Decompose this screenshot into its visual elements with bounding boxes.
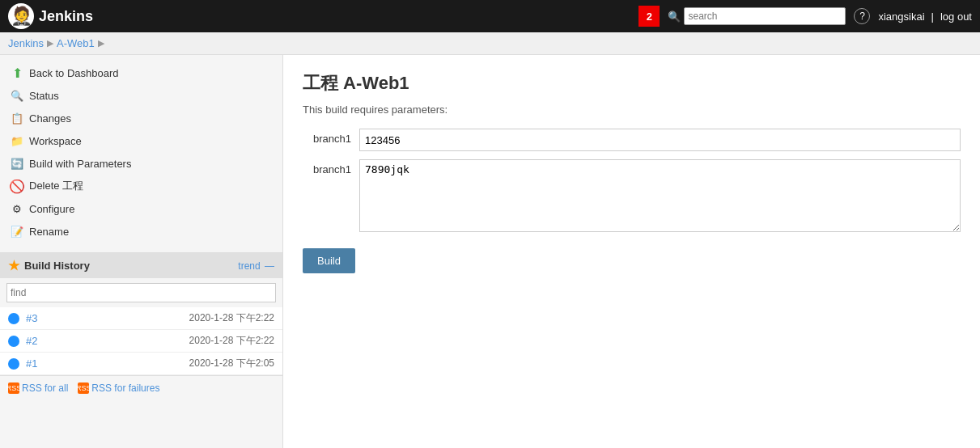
delete-icon: 🚫 <box>10 179 24 193</box>
sidebar-item-changes-label: Changes <box>29 112 71 125</box>
build-history-star-icon: ★ <box>8 258 19 273</box>
sidebar-item-workspace-label: Workspace <box>29 135 82 147</box>
build-status-dot-2 <box>8 336 19 347</box>
sidebar-item-back-to-dashboard[interactable]: ⬆ Back to Dashboard <box>0 61 282 84</box>
sidebar-item-workspace[interactable]: 📁 Workspace <box>0 129 282 152</box>
search-box: 🔍 <box>668 7 846 25</box>
search-input[interactable] <box>684 7 846 25</box>
workspace-icon: 📁 <box>10 133 24 148</box>
build-link-1[interactable]: #1 <box>26 357 37 370</box>
build-search-container <box>0 278 282 307</box>
build-link-3[interactable]: #3 <box>26 312 37 324</box>
trend-label: trend <box>238 260 260 272</box>
rss-all-link[interactable]: RSS RSS for all <box>8 382 68 394</box>
sidebar-item-changes[interactable]: 📋 Changes <box>0 107 282 129</box>
sidebar-item-build-with-parameters[interactable]: 🔄 Build with Parameters <box>0 152 282 175</box>
sidebar-item-rename[interactable]: 📝 Rename <box>0 220 282 243</box>
main-content: 工程 A-Web1 This build requires parameters… <box>283 55 980 448</box>
build-time-3: 2020-1-28 下午2:22 <box>189 311 274 325</box>
param-input-1[interactable] <box>359 129 961 151</box>
breadcrumb-project[interactable]: A-Web1 <box>57 37 95 49</box>
notification-badge[interactable]: 2 <box>638 6 660 27</box>
rss-footer: RSS RSS for all RSS RSS for failures <box>0 375 282 400</box>
header: 🤵 Jenkins 2 🔍 ? xiangsikai | log out <box>0 0 980 32</box>
rename-icon: 📝 <box>10 224 24 239</box>
search-icon: 🔍 <box>668 11 681 23</box>
build-time-2: 2020-1-28 下午2:22 <box>189 334 274 348</box>
layout: ⬆ Back to Dashboard 🔍 Status 📋 Changes 📁… <box>0 55 980 448</box>
help-icon[interactable]: ? <box>854 8 870 24</box>
param-row-1: branch1 <box>303 129 961 151</box>
changes-icon: 📋 <box>10 111 24 125</box>
user-info: xiangsikai | log out <box>878 11 972 23</box>
build-description: This build requires parameters: <box>303 104 961 116</box>
rss-failures-link[interactable]: RSS RSS for failures <box>78 382 159 394</box>
sidebar-nav: ⬆ Back to Dashboard 🔍 Status 📋 Changes 📁… <box>0 55 282 249</box>
rss-all-label: RSS for all <box>22 382 68 394</box>
rss-failures-label: RSS for failures <box>91 382 159 394</box>
sidebar-item-build-label: Build with Parameters <box>29 158 131 170</box>
build-history-title: Build History <box>24 260 90 272</box>
search-icon: 🔍 <box>10 88 24 103</box>
jenkins-logo: 🤵 <box>8 3 34 29</box>
breadcrumb-jenkins[interactable]: Jenkins <box>8 37 44 49</box>
param-textarea-1[interactable] <box>359 159 961 232</box>
rss-failures-icon: RSS <box>78 382 89 394</box>
logout-link[interactable]: log out <box>940 11 972 23</box>
sidebar-item-status-label: Status <box>29 90 59 102</box>
build-history: ★ Build History trend — #3 2020-1-28 下午2… <box>0 252 282 448</box>
sidebar-item-configure-label: Configure <box>29 203 74 215</box>
build-status-dot-1 <box>8 358 19 370</box>
sidebar-item-delete[interactable]: 🚫 Delete 工程 <box>0 175 282 197</box>
page-title: 工程 A-Web1 <box>303 71 961 95</box>
build-history-header: ★ Build History trend — <box>0 253 282 278</box>
breadcrumb-sep2: ▶ <box>98 38 104 49</box>
param-label-1: branch1 <box>303 129 359 145</box>
breadcrumb: Jenkins ▶ A-Web1 ▶ <box>0 32 980 55</box>
build-item-1[interactable]: #1 2020-1-28 下午2:05 <box>0 353 282 375</box>
build-icon: 🔄 <box>10 156 24 171</box>
sidebar: ⬆ Back to Dashboard 🔍 Status 📋 Changes 📁… <box>0 55 283 448</box>
build-status-dot-3 <box>8 313 19 324</box>
rss-all-icon: RSS <box>8 382 19 394</box>
sidebar-item-configure[interactable]: ⚙ Configure <box>0 197 282 220</box>
username-link[interactable]: xiangsikai <box>878 11 924 23</box>
sidebar-item-delete-label: Delete 工程 <box>29 179 83 193</box>
trend-link[interactable]: trend — <box>238 260 274 272</box>
breadcrumb-sep1: ▶ <box>47 38 53 49</box>
build-item-3[interactable]: #3 2020-1-28 下午2:22 <box>0 307 282 330</box>
sidebar-item-back-label: Back to Dashboard <box>29 67 119 79</box>
param-label-2: branch1 <box>303 159 359 175</box>
header-logo[interactable]: 🤵 Jenkins <box>8 3 93 29</box>
build-time-1: 2020-1-28 下午2:05 <box>189 357 274 370</box>
build-item-2[interactable]: #2 2020-1-28 下午2:22 <box>0 330 282 353</box>
build-link-2[interactable]: #2 <box>26 335 37 347</box>
jenkins-face-icon: 🤵 <box>11 7 32 25</box>
up-arrow-icon: ⬆ <box>10 66 24 80</box>
header-logo-text: Jenkins <box>39 8 93 25</box>
build-button[interactable]: Build <box>303 248 355 273</box>
separator: | <box>931 11 934 23</box>
sidebar-item-rename-label: Rename <box>29 226 69 238</box>
configure-icon: ⚙ <box>10 201 24 216</box>
trend-icon: — <box>265 260 274 272</box>
param-row-2: branch1 <box>303 159 961 232</box>
build-search-input[interactable] <box>6 283 276 302</box>
sidebar-item-status[interactable]: 🔍 Status <box>0 84 282 107</box>
